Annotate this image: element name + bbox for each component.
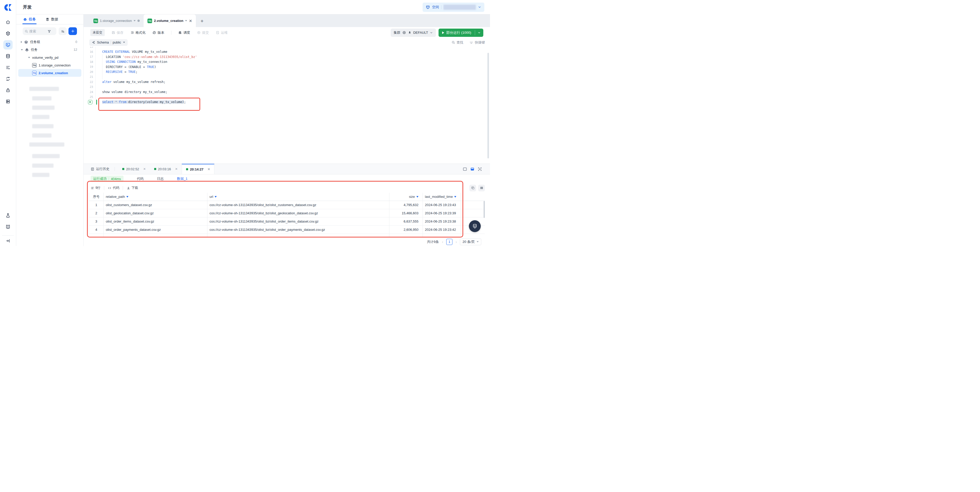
schedule-button[interactable]: 调度 [178, 30, 190, 35]
panel-split-icon[interactable] [470, 167, 475, 172]
result-tab-inactive[interactable]: 日志 [157, 176, 164, 181]
close-icon[interactable]: ✕ [207, 168, 210, 171]
run-result-tab[interactable]: 20:14:27✕ [182, 164, 215, 174]
code-line[interactable]: 17 LOCATION 'cos://cz-volume-sh-13113439… [84, 54, 487, 59]
table-row[interactable]: 2olist_geolocation_dataset.csv.gzcos://c… [89, 209, 485, 217]
code-line[interactable]: 23 [84, 85, 487, 89]
sort-icon[interactable] [454, 196, 456, 198]
assistant-fab-button[interactable] [469, 220, 481, 232]
rail-docs-icon[interactable] [3, 222, 13, 231]
schema-selector[interactable]: Schema public [89, 39, 128, 46]
code-line[interactable]: 21 [84, 74, 487, 80]
tree-group-tasks[interactable]: 任务 12 [16, 46, 83, 54]
gutter-run-cell[interactable] [84, 100, 95, 104]
prev-page-button[interactable]: ‹ [441, 240, 444, 244]
tree-group-label: 任务组 [30, 40, 40, 44]
search-input[interactable] [29, 29, 46, 33]
tree-item-storage-connection[interactable]: Sq 1.storage_connection [16, 61, 83, 69]
panel-hide-icon[interactable] [463, 167, 467, 172]
table-row[interactable]: 1olist_customers_dataset.csv.gzcos://cz-… [89, 201, 485, 209]
partial-run-button[interactable]: 部分运行 (1000) [439, 29, 475, 37]
tab-caret-icon[interactable] [185, 20, 187, 21]
close-icon[interactable]: ✕ [143, 167, 146, 171]
cluster-selector[interactable]: 集群 DEFAULT [391, 29, 436, 37]
code-line[interactable]: 15 [84, 46, 487, 50]
run-result-tab[interactable]: 20:02:52✕ [118, 164, 150, 174]
rail-operations-icon[interactable] [3, 63, 13, 72]
filter-icon[interactable] [48, 30, 51, 33]
tab-tasks[interactable]: 任务 [23, 14, 36, 24]
format-button[interactable]: 格式化 [130, 30, 146, 35]
tree-folder-volume-verify-pd[interactable]: volume_verify_pd [16, 54, 83, 61]
fullscreen-icon[interactable] [477, 167, 482, 172]
workspace-selector[interactable]: 空间 [423, 3, 484, 12]
shortcuts-button[interactable]: 快捷键 [469, 40, 485, 45]
result-tab-active[interactable]: 数据_1 [177, 176, 187, 181]
close-icon[interactable]: ✕ [175, 167, 178, 171]
code-line[interactable]: 25 [84, 94, 487, 100]
table-row[interactable]: 3olist_order_items_dataset.csv.gzcos://c… [89, 217, 485, 226]
column-settings-button[interactable] [478, 185, 485, 192]
rail-products-icon[interactable] [3, 29, 13, 38]
current-page[interactable]: 1 [446, 239, 452, 245]
rail-sync-icon[interactable] [3, 74, 13, 83]
code-line[interactable]: 20 RECURSIVE = TRUE; [84, 70, 487, 75]
new-tab-button[interactable]: ＋ [199, 18, 204, 24]
layers-icon [24, 40, 28, 44]
table-scrollbar[interactable] [484, 201, 485, 218]
next-page-button[interactable]: › [455, 240, 457, 244]
run-statement-button[interactable] [88, 100, 92, 104]
submit-button[interactable]: 提交 [197, 30, 209, 35]
tab-data[interactable]: 数据 [46, 14, 58, 24]
editor-tab-storage-connection[interactable]: Sq 1.storage_connection [89, 14, 143, 27]
collapse-panel-icon[interactable] [3, 237, 13, 245]
rail-database-icon[interactable] [3, 51, 13, 61]
run-options-button[interactable] [475, 29, 483, 37]
page-size-selector[interactable]: 20 条/页 [460, 238, 481, 245]
rail-home-icon[interactable] [3, 18, 13, 27]
code-line[interactable]: select·*·from·directory(volume·my_tx_vol… [84, 100, 487, 105]
tree-group-taskgroups[interactable]: 任务组 0 [16, 38, 83, 46]
code-icon [108, 186, 111, 190]
add-task-button[interactable] [68, 27, 77, 35]
sort-icon[interactable] [126, 196, 129, 198]
sort-icon[interactable] [215, 196, 217, 198]
table-view-buttons [469, 185, 485, 192]
code-line[interactable]: 16CREATE EXTERNAL VOLUME my_tx_volume [84, 50, 487, 54]
run-history-button[interactable]: 运行历史 [91, 164, 110, 174]
editor-tab-volume-creation[interactable]: Sq 2.volume_creation ✕ [143, 14, 196, 27]
save-button[interactable]: 保存 [111, 30, 124, 35]
selected-statement: select·*·from·directory(volume·my_tx_vol… [102, 100, 184, 104]
version-button[interactable]: 版本 [152, 30, 164, 35]
rail-export-icon[interactable] [3, 86, 13, 95]
tree-item-volume-creation[interactable]: Sq 2.volume_creation [18, 69, 81, 77]
rail-develop-icon[interactable] [3, 40, 13, 50]
app-logo[interactable] [3, 3, 12, 11]
table-row[interactable]: 5olist_order_reviews_dataset.csv.gzcos:/… [89, 234, 485, 238]
result-tab-inactive[interactable]: 代码 [137, 176, 143, 181]
code-text: DIRECTORY = (ENABLE = TRUE) [95, 64, 487, 70]
chevron-down-icon [21, 49, 23, 51]
find-button[interactable]: 查找 [452, 40, 463, 45]
close-tab-icon[interactable]: ✕ [189, 19, 192, 23]
tab-caret-icon[interactable] [134, 20, 135, 21]
run-time-label: 20:14:27 [190, 168, 203, 171]
locate-in-tree-button[interactable] [59, 27, 67, 35]
rail-storage-icon[interactable] [3, 97, 13, 106]
view-code-button[interactable]: 代码 [108, 186, 119, 190]
code-line[interactable]: 19 DIRECTORY = (ENABLE = TRUE) [84, 64, 487, 70]
rail-lab-icon[interactable] [3, 211, 13, 220]
sql-editor[interactable]: 1516CREATE EXTERNAL VOLUME my_tx_volume1… [84, 46, 490, 164]
sort-icon[interactable] [417, 196, 418, 198]
code-text: select·*·from·directory(volume·my_tx_vol… [95, 100, 487, 105]
code-line[interactable]: 24show volume directory my_tx_volume; [84, 89, 487, 95]
run-result-tab[interactable]: 20:03:16✕ [150, 164, 182, 174]
code-line[interactable]: 22alter volume my_tx_volume refresh; [84, 80, 487, 85]
copy-result-button[interactable] [469, 185, 476, 192]
code-line[interactable]: 18 USING CONNECTION my_tx_connection [84, 59, 487, 65]
download-button[interactable]: 下载 [127, 186, 138, 190]
table-row[interactable]: 4olist_order_payments_dataset.csv.gzcos:… [89, 226, 485, 234]
ops-button[interactable]: 运维 [216, 30, 228, 35]
divider [171, 30, 172, 35]
editor-scrollbar[interactable] [487, 53, 489, 158]
